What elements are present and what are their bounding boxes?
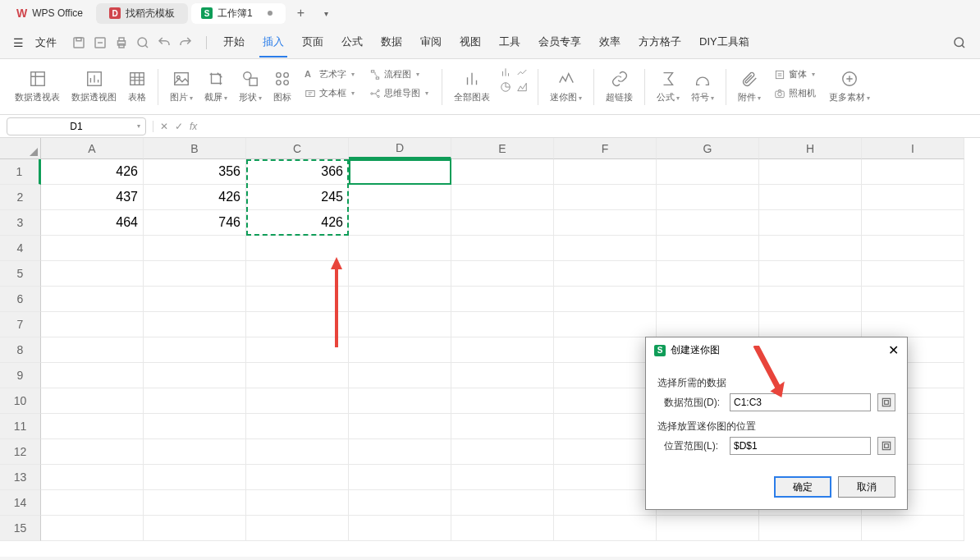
pivot-chart-button[interactable]: 数据透视图 (70, 67, 118, 107)
cell-i2[interactable] (862, 185, 964, 210)
cell-c1[interactable]: 366 (246, 159, 349, 185)
cell[interactable] (144, 261, 246, 287)
cell[interactable] (554, 337, 657, 363)
cell[interactable] (657, 516, 759, 541)
row-header-15[interactable]: 15 (0, 516, 41, 541)
line-chart-icon[interactable] (516, 67, 528, 78)
tab-diy[interactable]: DIY工具箱 (696, 28, 753, 57)
sparkline-button[interactable]: 迷你图▾ (548, 67, 584, 107)
cell-d3[interactable] (349, 210, 451, 236)
cell[interactable] (144, 287, 246, 312)
cell-d2[interactable] (349, 185, 451, 210)
cell-e3[interactable] (451, 210, 554, 236)
cell[interactable] (759, 312, 862, 337)
cell[interactable] (349, 337, 451, 363)
col-header-h[interactable]: H (759, 138, 862, 159)
cell[interactable] (759, 516, 862, 541)
tab-add-button[interactable]: + (289, 2, 313, 24)
cell[interactable] (144, 312, 246, 337)
cell[interactable] (41, 287, 144, 312)
cell[interactable] (349, 516, 451, 541)
row-header-4[interactable]: 4 (0, 236, 41, 261)
cell[interactable] (246, 490, 349, 516)
cell[interactable] (862, 312, 964, 337)
cell[interactable] (246, 516, 349, 541)
row-header-11[interactable]: 11 (0, 414, 41, 439)
cell[interactable] (862, 287, 964, 312)
cell[interactable] (657, 287, 759, 312)
close-icon[interactable]: ✕ (888, 342, 899, 358)
ok-button[interactable]: 确定 (774, 476, 831, 498)
cell-h3[interactable] (759, 210, 862, 236)
row-header-14[interactable]: 14 (0, 490, 41, 516)
select-all-corner[interactable] (0, 138, 41, 159)
cell-a3[interactable]: 464 (41, 210, 144, 236)
row-header-13[interactable]: 13 (0, 465, 41, 490)
col-header-d[interactable]: D (349, 138, 451, 159)
tab-review[interactable]: 审阅 (417, 28, 445, 57)
cell[interactable] (246, 287, 349, 312)
cancel-button[interactable]: 取消 (838, 476, 895, 498)
cell-h1[interactable] (759, 159, 862, 185)
tab-tools[interactable]: 工具 (496, 28, 524, 57)
cell[interactable] (41, 261, 144, 287)
cell[interactable] (349, 287, 451, 312)
row-header-1[interactable]: 1 (0, 159, 41, 185)
undo-icon[interactable] (157, 35, 172, 50)
cell[interactable] (451, 388, 554, 414)
cell[interactable] (41, 388, 144, 414)
row-header-7[interactable]: 7 (0, 312, 41, 337)
cell[interactable] (451, 337, 554, 363)
cell[interactable] (554, 414, 657, 439)
cancel-icon[interactable]: ✕ (160, 121, 168, 132)
cell[interactable] (41, 465, 144, 490)
cell-c3[interactable]: 426 (246, 210, 349, 236)
cell[interactable] (144, 363, 246, 388)
col-header-i[interactable]: I (862, 138, 964, 159)
table-button[interactable]: 表格 (126, 67, 148, 107)
cell-b2[interactable]: 426 (144, 185, 246, 210)
cell[interactable] (657, 261, 759, 287)
all-charts-button[interactable]: 全部图表 (452, 67, 492, 107)
bar-chart-icon[interactable] (500, 67, 511, 78)
cell[interactable] (144, 388, 246, 414)
col-header-c[interactable]: C (246, 138, 349, 159)
cell[interactable] (759, 287, 862, 312)
pivot-table-button[interactable]: 数据透视表 (13, 67, 62, 107)
hamburger-icon[interactable]: ☰ (13, 36, 24, 49)
textbox-button[interactable]: 文本框▾ (301, 85, 358, 101)
tab-member[interactable]: 会员专享 (535, 28, 584, 57)
cell[interactable] (554, 287, 657, 312)
cell-i1[interactable] (862, 159, 964, 185)
cell[interactable] (451, 465, 554, 490)
attachment-button[interactable]: 附件▾ (736, 67, 762, 107)
col-header-e[interactable]: E (451, 138, 554, 159)
cell[interactable] (759, 261, 862, 287)
cell[interactable] (554, 388, 657, 414)
area-chart-icon[interactable] (516, 81, 528, 93)
cell[interactable] (349, 312, 451, 337)
cell[interactable] (246, 414, 349, 439)
cell[interactable] (41, 516, 144, 541)
cell-a1[interactable]: 426 (41, 159, 144, 185)
fx-icon[interactable]: fx (190, 121, 197, 132)
pie-chart-icon[interactable] (500, 81, 511, 93)
cell[interactable] (451, 312, 554, 337)
cell[interactable] (246, 465, 349, 490)
row-header-12[interactable]: 12 (0, 439, 41, 465)
screenshot-button[interactable]: 截屏▾ (203, 67, 229, 107)
cell[interactable] (144, 465, 246, 490)
cell[interactable] (349, 363, 451, 388)
cell[interactable] (349, 236, 451, 261)
dialog-header[interactable]: S 创建迷你图 ✕ (646, 337, 907, 363)
symbol-button[interactable]: 符号▾ (689, 67, 716, 107)
tab-home[interactable]: 开始 (220, 28, 248, 57)
cell[interactable] (451, 236, 554, 261)
cell[interactable] (144, 516, 246, 541)
cell[interactable] (41, 414, 144, 439)
cell[interactable] (657, 312, 759, 337)
more-button[interactable]: 更多素材▾ (827, 67, 872, 107)
cell[interactable] (451, 261, 554, 287)
formula-button[interactable]: 公式▾ (655, 67, 681, 107)
redo-icon[interactable] (178, 35, 193, 50)
